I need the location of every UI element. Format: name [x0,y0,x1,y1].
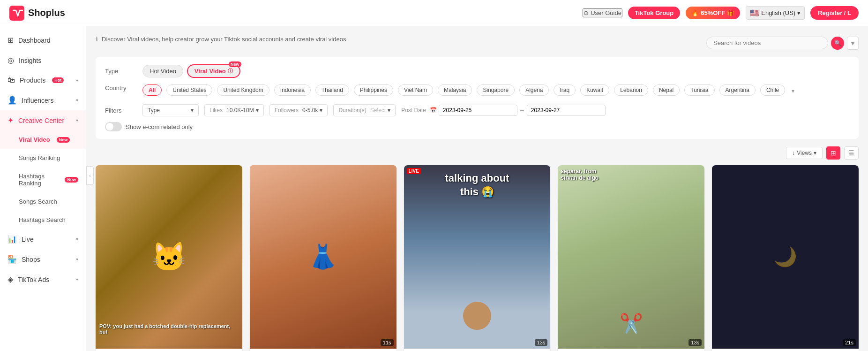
video-thumbnail: separar, fromsirvan de algo ✂️ 13s [558,165,704,349]
search-input[interactable] [713,39,821,46]
ecom-toggle[interactable] [105,122,122,131]
video-bg: 👗 [250,165,397,349]
grid-view-button[interactable]: ⊞ [826,146,840,160]
sidebar-item-insights[interactable]: ◎ Insights [0,50,86,70]
country-kuwait[interactable]: Kuwait [580,84,609,96]
country-tunisia[interactable]: Tunisia [684,84,714,96]
country-argentina[interactable]: Argentina [719,84,756,96]
dashboard-icon: ⊞ [7,36,14,45]
chevron-down-icon: ▾ [320,107,322,114]
country-chile[interactable]: Chile [760,84,785,96]
sidebar-item-tiktok-ads[interactable]: ◈ TikTok Ads ▾ [0,269,86,290]
list-view-button[interactable]: ☰ [844,146,859,160]
country-nepal[interactable]: Nepal [653,84,680,96]
video-duration: 11s [381,339,394,346]
chevron-down-icon: ▾ [814,150,816,156]
video-info: #funny #fyp #cats #foryou [96,349,242,351]
register-button[interactable]: Register / L [810,6,859,20]
video-grid: 🐱 POV: you just had a botched double-hip… [96,165,859,351]
hot-video-option[interactable]: Hot Video [142,65,183,77]
gift-icon: 🎁 [727,9,734,16]
language-selector[interactable]: 🇺🇸 English (US) ▾ [746,6,805,20]
filters-row: Filters Type ▾ Likes 10.0K-10M ▾ Followe… [105,104,849,116]
fire-icon: 🔥 [691,9,699,16]
discount-button[interactable]: 🔥 65%OFF 🎁 [686,7,740,19]
country-filter-row: Country All United States United Kingdom… [105,84,849,98]
insights-icon: ◎ [7,56,14,65]
sidebar: ⊞ Dashboard ◎ Insights 🛍 Products Hot ▾ … [0,26,86,351]
chevron-down-icon: ▾ [797,9,801,16]
country-indonesia[interactable]: Indonesia [274,84,311,96]
sidebar-collapse-toggle[interactable]: ‹ [86,166,94,185]
sidebar-item-creative-center[interactable]: ✦ Creative Center ▾ [0,110,86,130]
ecom-toggle-row: Show e-com related only [105,122,849,131]
duration-select[interactable]: Duration(s) Select ▾ [333,104,396,116]
chevron-icon: ▾ [76,277,78,282]
user-guide-button[interactable]: ⊙ User Guide [583,8,622,17]
sidebar-item-hashtags-search[interactable]: Hashtags Search [0,211,86,229]
logo-icon [9,6,24,21]
video-card[interactable]: 🐱 POV: you just had a botched double-hip… [96,165,242,351]
video-info: Ya que no usé mis retenedores :D #fyp... [558,349,704,351]
chevron-icon: ▾ [76,257,78,262]
country-iraq[interactable]: Iraq [554,84,576,96]
country-vietnam[interactable]: Viet Nam [398,84,433,96]
info-banner: ℹ Discover Viral videos, help creator gr… [96,36,346,43]
shops-icon: 🏪 [7,255,17,264]
viral-video-option[interactable]: Viral Video New ⓘ [187,64,240,78]
video-duration: 13s [688,339,702,346]
followers-select[interactable]: Followers 0-5.0k ▾ [269,104,328,116]
sidebar-item-viral-video[interactable]: Viral Video New [0,130,86,149]
live-icon: 📊 [7,235,17,244]
collapse-search-button[interactable]: ▾ [847,37,859,50]
video-card[interactable]: 🌙 21s mantanya pasti nyesel 100%#arhanpr… [712,165,859,351]
country-all[interactable]: All [142,84,162,96]
sidebar-item-hashtags-ranking[interactable]: Hashtags Ranking New [0,167,86,192]
country-us[interactable]: United States [166,84,212,96]
flag-icon: 🇺🇸 [750,8,759,17]
country-algeria[interactable]: Algeria [519,84,549,96]
filter-panel: Type Hot Video Viral Video New ⓘ Country… [96,57,859,139]
video-info: Asi de alegre y hermosa era mi esposa, t… [250,349,397,351]
date-separator: → [519,107,525,114]
sidebar-item-dashboard[interactable]: ⊞ Dashboard [0,30,86,50]
sidebar-item-live[interactable]: 📊 Live ▾ [0,229,86,249]
country-malaysia[interactable]: Malaysia [438,84,472,96]
video-duration: 13s [535,339,548,346]
video-card[interactable]: separar, fromsirvan de algo ✂️ 13s Ya qu… [558,165,704,351]
country-uk[interactable]: United Kingdom [217,84,269,96]
sort-views-button[interactable]: ↓ Views ▾ [786,147,823,159]
video-info: Im crying #SawMovie #JigSaw #News... [404,349,551,351]
search-button[interactable]: 🔍 [831,37,844,50]
hot-badge: Hot [52,77,64,83]
logo[interactable]: Shoplus [9,6,65,21]
main-content: ℹ Discover Viral videos, help creator gr… [86,26,868,351]
date-from-input[interactable] [439,105,517,116]
date-to-input[interactable] [527,105,606,116]
new-badge: New [229,61,241,67]
country-singapore[interactable]: Singapore [477,84,515,96]
video-thumbnail: 🌙 21s [712,165,859,349]
sidebar-item-songs-search[interactable]: Songs Search [0,192,86,211]
sidebar-item-products[interactable]: 🛍 Products Hot ▾ [0,70,86,90]
video-card[interactable]: talking aboutthis 😭 LIVE 13s Im crying #… [404,165,551,351]
country-thailand[interactable]: Thailand [315,84,349,96]
video-duration: 21s [843,339,856,346]
sidebar-item-shops[interactable]: 🏪 Shops ▾ [0,249,86,269]
calendar-icon: 📅 [430,107,437,114]
likes-select[interactable]: Likes 10.0K-10M ▾ [204,104,264,116]
info-circle-icon: ⓘ [228,68,233,75]
country-philippines[interactable]: Philippines [354,84,393,96]
tiktok-group-button[interactable]: TikTok Group [628,7,680,19]
type-select[interactable]: Type ▾ [142,104,199,116]
post-date-filter: Post Date 📅 → [401,105,606,116]
products-icon: 🛍 [7,76,15,84]
video-card[interactable]: 👗 11s Asi de alegre y hermosa era mi esp… [250,165,397,351]
video-thumbnail: 👗 11s [250,165,397,349]
chevron-icon: ▾ [76,98,78,103]
sidebar-item-influencers[interactable]: 👤 Influencers ▾ [0,90,86,110]
country-more-button[interactable]: ▾ [792,88,794,94]
country-lebanon[interactable]: Lebanon [614,84,648,96]
sidebar-item-songs-ranking[interactable]: Songs Ranking [0,149,86,167]
video-caption: POV: you just had a botched double-hip r… [99,323,239,335]
